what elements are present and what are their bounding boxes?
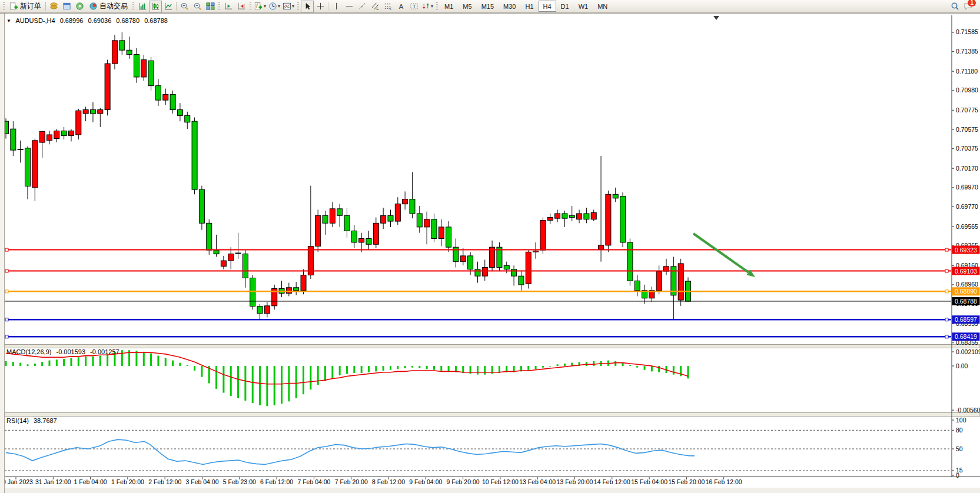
rsi-axis-label: 100 — [956, 417, 966, 424]
new-order-button[interactable]: 新订单 — [6, 1, 44, 12]
horizontal-line-button[interactable] — [343, 1, 356, 12]
dropdown-arrow-icon[interactable]: ▾ — [292, 4, 294, 9]
dropdown-arrow-icon[interactable]: ▾ — [264, 4, 266, 9]
chart-shift-button[interactable] — [222, 1, 235, 12]
candle — [242, 254, 248, 278]
level-line-handle[interactable] — [945, 248, 948, 251]
timeframe-w1[interactable]: W1 — [574, 1, 593, 12]
crosshair-button[interactable] — [314, 1, 327, 12]
chart-shift-marker[interactable] — [713, 16, 719, 20]
price-tick-label: 0.69970 — [956, 184, 978, 191]
chart-menu-arrow-icon[interactable]: ▼ — [6, 18, 11, 24]
level-line-handle[interactable] — [5, 269, 8, 272]
candle — [627, 242, 633, 281]
autotrading-button[interactable]: 自动交易 — [86, 1, 131, 12]
pane-splitter[interactable] — [0, 345, 980, 348]
periods-button[interactable]: ▾ — [267, 1, 281, 12]
rsi-axis-label: 50 — [956, 445, 963, 452]
macd-histogram-bar — [70, 358, 72, 366]
search-icon[interactable] — [948, 1, 961, 12]
chart-canvas[interactable]: 0.715850.713850.711800.709800.707750.705… — [0, 0, 980, 493]
zoom-in-button[interactable] — [178, 1, 191, 12]
macd-axis-label: 0.002109 — [956, 348, 980, 355]
candle — [403, 199, 408, 204]
arrows-button[interactable]: ▾ — [420, 1, 434, 12]
level-line-handle[interactable] — [945, 335, 948, 338]
indicators-button[interactable]: f▾ — [253, 1, 267, 12]
market-watch-button[interactable] — [47, 1, 60, 12]
timeframe-m30[interactable]: M30 — [499, 1, 520, 12]
navigator-button[interactable] — [73, 1, 86, 12]
text-label-button[interactable]: T — [407, 1, 420, 12]
text-button[interactable]: A — [394, 1, 407, 12]
bar-chart-button[interactable] — [136, 1, 149, 12]
candle — [264, 306, 270, 314]
candle — [257, 307, 263, 314]
candle — [148, 61, 154, 85]
timeframe-group: M1M5M15M30H1H4D1W1MN — [440, 0, 612, 13]
macd-histogram-bar — [274, 366, 275, 405]
candle — [606, 194, 611, 245]
price-tick-label: 0.71180 — [956, 68, 978, 75]
price-tick-label: 0.68960 — [956, 281, 978, 288]
timeframe-h1[interactable]: H1 — [520, 1, 538, 12]
candle — [61, 131, 67, 135]
timeframe-m1[interactable]: M1 — [440, 1, 458, 12]
candle — [286, 288, 291, 294]
equidistant-channel-button[interactable]: E — [368, 1, 381, 12]
level-line-handle[interactable] — [945, 269, 948, 272]
macd-histogram-bar — [295, 366, 297, 398]
candle — [373, 223, 378, 244]
zoom-out-icon — [193, 2, 202, 11]
macd-histogram-bar — [433, 366, 435, 370]
rsi-axis-label: 0 — [956, 472, 959, 479]
timeframe-d1[interactable]: D1 — [556, 1, 574, 12]
tile-windows-button[interactable] — [204, 1, 217, 12]
timeframe-m5[interactable]: M5 — [458, 1, 476, 12]
notifications-button[interactable]: 1 — [961, 1, 974, 12]
new-order-button-label: 新订单 — [20, 1, 41, 11]
svg-text:A: A — [398, 3, 403, 10]
trendline-button[interactable] — [356, 1, 368, 12]
pane-splitter[interactable] — [0, 413, 980, 417]
macd-histogram-bar — [303, 366, 304, 394]
time-tick-label: 7 Feb 04:00 — [297, 478, 330, 485]
candle — [620, 196, 626, 242]
candle — [424, 219, 430, 227]
timeframe-mn[interactable]: MN — [593, 1, 612, 12]
level-line-handle[interactable] — [945, 290, 948, 293]
macd-histogram-bar — [440, 366, 442, 371]
templates-icon — [283, 2, 291, 11]
level-line-handle[interactable] — [5, 290, 8, 293]
auto-scroll-button[interactable] — [235, 1, 248, 12]
candle — [315, 215, 321, 246]
candle — [351, 231, 357, 242]
level-line-handle[interactable] — [5, 248, 8, 251]
macd-histogram-bar — [614, 361, 616, 366]
level-line-handle[interactable] — [5, 335, 8, 338]
templates-button[interactable]: ▾ — [281, 1, 295, 12]
cursor-button[interactable] — [301, 1, 314, 12]
candle — [504, 265, 509, 269]
candle — [185, 115, 190, 122]
fibonacci-button[interactable]: F — [381, 1, 394, 12]
candlestick-chart-button[interactable] — [149, 1, 162, 12]
dropdown-arrow-icon[interactable]: ▾ — [278, 4, 280, 9]
price-tick-label: 0.70575 — [956, 126, 978, 133]
dropdown-arrow-icon[interactable]: ▾ — [431, 4, 433, 9]
price-tick-label: 0.70170 — [956, 165, 978, 172]
level-line-handle[interactable] — [5, 318, 8, 321]
toolbar-separator — [328, 2, 328, 11]
time-axis[interactable]: 30 Jan 202331 Jan 12:001 Feb 04:001 Feb … — [0, 477, 980, 493]
vertical-line-button[interactable] — [330, 1, 343, 12]
timeframe-m15[interactable]: M15 — [477, 1, 499, 12]
zoom-out-button[interactable] — [191, 1, 204, 12]
macd-histogram-bar — [230, 366, 232, 396]
timeframe-h4[interactable]: H4 — [539, 1, 556, 12]
candle — [540, 220, 546, 250]
level-line-handle[interactable] — [945, 318, 948, 321]
line-chart-button[interactable] — [162, 1, 175, 12]
bar-chart-icon — [138, 2, 147, 11]
data-window-button[interactable] — [60, 1, 73, 12]
level-price-text: 0.69103 — [955, 268, 977, 275]
